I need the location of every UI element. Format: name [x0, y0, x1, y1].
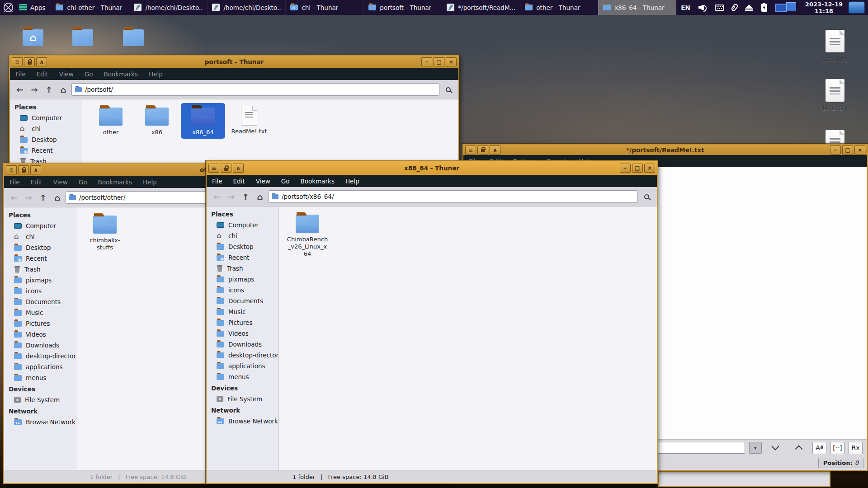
sidebar-item[interactable]: chi: [207, 230, 278, 241]
menu-item[interactable]: Go: [79, 178, 87, 186]
desktop-folder-home-icon[interactable]: [23, 29, 43, 46]
up-button[interactable]: ↑: [42, 83, 55, 96]
sidebar-item[interactable]: Computer: [10, 113, 82, 123]
menu-item[interactable]: File: [9, 178, 20, 186]
close-button[interactable]: ×: [644, 164, 655, 173]
desktop-folder-icon[interactable]: [72, 29, 93, 46]
distro-menu-button[interactable]: [0, 0, 16, 15]
sticky-button[interactable]: [18, 165, 29, 174]
file-tile[interactable]: x86_64: [181, 103, 225, 139]
sidebar-item[interactable]: Documents: [4, 296, 76, 307]
sidebar-item[interactable]: Downloads: [4, 340, 76, 351]
home-button[interactable]: ⌂: [254, 190, 266, 203]
file-tile[interactable]: ChimbaBench_v26_Linux_x64: [285, 210, 330, 260]
sidebar-item[interactable]: Videos: [207, 328, 278, 339]
sidebar-item[interactable]: Videos: [4, 329, 76, 340]
path-bar[interactable]: /portsoft/x86_64/: [268, 190, 638, 203]
sidebar-item[interactable]: Browse Network: [207, 416, 278, 427]
forward-button[interactable]: →: [28, 83, 41, 96]
sidebar-item[interactable]: menus: [207, 371, 278, 382]
sidebar-item[interactable]: File System: [207, 394, 278, 404]
find-previous-button[interactable]: [789, 442, 808, 454]
shade-button[interactable]: ∧: [233, 164, 244, 173]
desktop-icon-appentry[interactable]: AppEntry: [819, 30, 851, 62]
battery-icon[interactable]: [761, 4, 767, 12]
sidebar-item[interactable]: menus: [4, 372, 76, 383]
find-next-button[interactable]: [766, 442, 785, 454]
sticky-button[interactable]: [477, 145, 488, 155]
desktop-icon-direntry[interactable]: DirEntry: [819, 79, 851, 112]
up-button[interactable]: ↑: [239, 190, 252, 203]
menu-item[interactable]: Edit: [233, 178, 245, 185]
titlebar[interactable]: ≡ ∧ portsoft - Thunar – □ ×: [10, 56, 458, 68]
sidebar-item[interactable]: icons: [207, 285, 278, 296]
sidebar-item[interactable]: Documents: [207, 296, 278, 306]
eject-icon[interactable]: [745, 5, 753, 9]
sidebar-item[interactable]: chi: [10, 123, 82, 134]
sidebar-item[interactable]: Computer: [4, 221, 76, 231]
maximize-button[interactable]: □: [632, 164, 643, 173]
sidebar-item[interactable]: desktop-director...: [207, 350, 278, 361]
minimize-button[interactable]: –: [421, 57, 432, 66]
forward-button[interactable]: →: [22, 191, 35, 204]
menu-item[interactable]: View: [59, 70, 74, 78]
show-desktop-button[interactable]: [848, 1, 865, 14]
window-menu-button[interactable]: ≡: [6, 165, 17, 174]
sidebar-item[interactable]: Recent: [10, 145, 82, 156]
shade-button[interactable]: ∧: [30, 165, 41, 174]
sidebar-item[interactable]: Pictures: [207, 317, 278, 328]
find-history-dropdown[interactable]: ▾: [749, 442, 762, 454]
home-button[interactable]: ⌂: [57, 83, 70, 96]
window-menu-button[interactable]: ≡: [465, 145, 476, 155]
sidebar-item[interactable]: Music: [4, 307, 76, 318]
menu-item[interactable]: View: [53, 178, 68, 186]
menu-item[interactable]: Bookmarks: [301, 178, 335, 185]
menu-item[interactable]: Go: [85, 70, 93, 78]
sidebar-item[interactable]: Recent: [4, 253, 76, 264]
menu-item[interactable]: File: [15, 70, 26, 78]
menu-item[interactable]: Help: [149, 70, 163, 78]
menu-item[interactable]: View: [256, 178, 270, 185]
whole-word-button[interactable]: [··]: [830, 442, 844, 454]
sidebar-item[interactable]: icons: [4, 286, 76, 296]
minimize-button[interactable]: –: [830, 145, 841, 155]
file-tile[interactable]: other: [89, 103, 133, 139]
sidebar-item[interactable]: Trash: [4, 264, 76, 275]
sidebar-item[interactable]: Desktop: [4, 242, 76, 253]
sidebar-item[interactable]: applications: [4, 361, 76, 372]
sticky-button[interactable]: [221, 164, 231, 173]
close-button[interactable]: ×: [446, 57, 457, 66]
taskbar-button[interactable]: x86_64 - Thunar: [598, 0, 676, 15]
search-button[interactable]: [441, 83, 455, 96]
sidebar-item[interactable]: Pictures: [4, 318, 76, 329]
menu-item[interactable]: Help: [143, 178, 157, 186]
regex-button[interactable]: Rx: [849, 442, 863, 454]
taskbar-button[interactable]: other - Thunar: [520, 0, 598, 15]
maximize-button[interactable]: □: [842, 145, 853, 155]
menu-item[interactable]: Bookmarks: [104, 70, 138, 78]
apps-menu-button[interactable]: Apps: [16, 0, 51, 15]
sidebar-item[interactable]: Downloads: [207, 339, 278, 350]
keyboard-icon[interactable]: [715, 5, 724, 11]
taskbar-button[interactable]: portsoft - Thunar: [363, 0, 442, 15]
forward-button[interactable]: →: [225, 190, 237, 203]
sidebar-item[interactable]: Computer: [207, 220, 278, 230]
clipboard-icon[interactable]: [731, 3, 739, 12]
volume-icon[interactable]: [698, 4, 707, 11]
path-bar[interactable]: /portsoft/: [71, 83, 439, 96]
sticky-button[interactable]: [24, 57, 35, 66]
menu-item[interactable]: Edit: [37, 70, 48, 78]
minimize-button[interactable]: –: [620, 164, 631, 173]
sidebar-item[interactable]: Desktop: [207, 241, 278, 252]
sidebar-item[interactable]: Trash: [207, 263, 278, 274]
menu-item[interactable]: Edit: [31, 178, 42, 186]
up-button[interactable]: ↑: [37, 191, 49, 204]
maximize-button[interactable]: □: [434, 57, 444, 66]
sidebar-item[interactable]: pixmaps: [207, 274, 278, 285]
close-button[interactable]: ×: [854, 145, 865, 155]
taskbar-button[interactable]: /home/chi/Deskto...: [207, 0, 285, 15]
back-button[interactable]: ←: [14, 83, 26, 96]
sidebar-item[interactable]: Recent: [207, 252, 278, 263]
taskbar-button[interactable]: chi-other - Thunar: [51, 0, 129, 15]
sidebar-item[interactable]: Browse Network: [4, 417, 76, 427]
